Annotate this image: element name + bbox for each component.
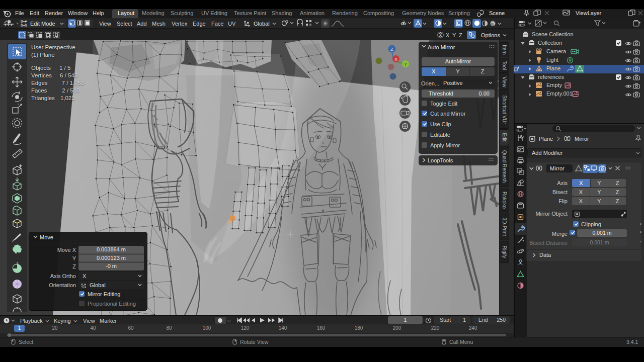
svg-text:Z: Z	[390, 47, 393, 52]
svg-text:X: X	[394, 57, 397, 62]
svg-text:Y: Y	[404, 62, 407, 67]
